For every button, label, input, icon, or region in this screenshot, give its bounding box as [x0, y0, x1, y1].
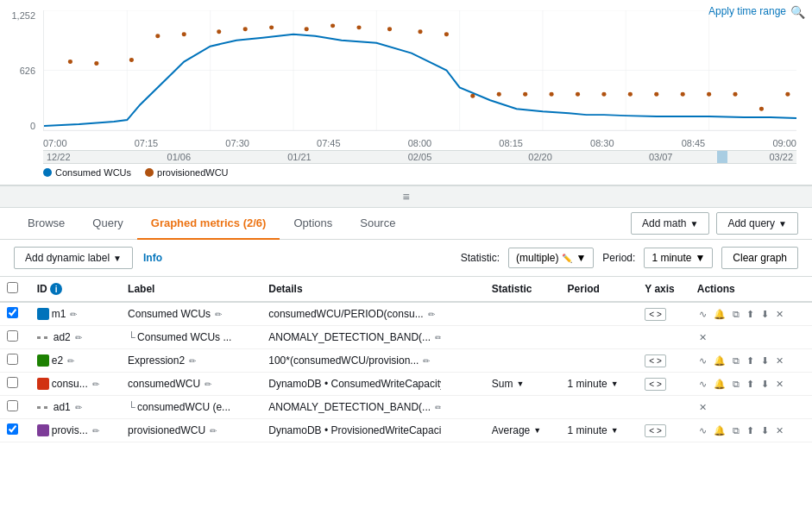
toolbar: Add dynamic label ▼ Info Statistic: (mul… [0, 240, 812, 277]
delete-icon[interactable]: ✕ [774, 308, 785, 321]
svg-point-37 [785, 92, 790, 97]
statistic-dropdown-caret[interactable]: ▼ [516, 379, 524, 388]
bell-icon[interactable]: 🔔 [712, 354, 727, 367]
timeline-bar[interactable]: 12/22 01/06 01/21 02/05 02/20 03/07 03/2… [43, 150, 796, 164]
edit-label-icon[interactable]: ✏ [210, 426, 217, 436]
copy-icon[interactable]: ⧉ [731, 354, 741, 367]
tab-query[interactable]: Query [79, 208, 136, 240]
label-cell: Expression2✏ [128, 354, 255, 367]
table-row: ad1✏└consumedWCU (e...ANOMALY_DETECTION_… [0, 396, 812, 419]
down-icon[interactable]: ⬇ [759, 424, 771, 437]
statistic-cell: Sum ▼ [485, 373, 561, 396]
select-all-checkbox[interactable] [7, 282, 18, 293]
row-checkbox[interactable] [7, 330, 18, 342]
down-icon[interactable]: ⬇ [759, 308, 771, 321]
svg-point-12 [94, 61, 98, 66]
edit-id-icon[interactable]: ✏ [92, 379, 99, 389]
up-icon[interactable]: ⬆ [745, 308, 756, 321]
svg-point-31 [628, 92, 633, 97]
edit-id-icon[interactable]: ✏ [67, 356, 74, 366]
id-cell: m1✏ [37, 308, 114, 320]
row-label: Expression2 [128, 354, 185, 367]
edit-details-icon[interactable]: ✏ [435, 403, 441, 412]
row-checkbox[interactable] [7, 354, 18, 365]
period-dropdown-caret[interactable]: ▼ [611, 379, 619, 388]
edit-details-icon[interactable]: ✏ [423, 356, 430, 366]
y-axis-button[interactable]: < > [645, 378, 665, 391]
up-icon[interactable]: ⬆ [745, 354, 756, 367]
id-cell: consu...✏ [37, 378, 114, 390]
yaxis-cell: < > [638, 302, 689, 326]
tab-source[interactable]: Source [346, 208, 409, 240]
row-statistic: Sum [492, 378, 513, 390]
math-icon[interactable]: ∿ [697, 354, 708, 367]
bell-icon[interactable]: 🔔 [712, 378, 727, 391]
tab-options[interactable]: Options [280, 208, 346, 240]
y-axis-labels: 1,252 626 0 [9, 10, 39, 131]
statistic-select[interactable]: (multiple) ✏️ ▼ [508, 248, 594, 268]
tab-graphed-metrics[interactable]: Graphed metrics (2/6) [137, 208, 280, 240]
down-icon[interactable]: ⬇ [759, 378, 771, 391]
edit-details-icon[interactable]: ✏ [428, 310, 435, 319]
up-icon[interactable]: ⬆ [745, 424, 756, 437]
indent-icon: └ [128, 331, 135, 343]
up-icon[interactable]: ⬆ [745, 378, 756, 391]
edit-details-icon[interactable]: ✏ [435, 333, 441, 342]
add-query-button[interactable]: Add query ▼ [716, 212, 798, 235]
delete-icon[interactable]: ✕ [774, 424, 785, 437]
copy-icon[interactable]: ⧉ [731, 424, 741, 437]
down-icon[interactable]: ⬇ [759, 354, 771, 367]
delete-icon[interactable]: ✕ [774, 378, 785, 391]
svg-point-13 [129, 58, 134, 62]
chart-area[interactable] [43, 10, 796, 131]
id-info-icon[interactable]: i [50, 283, 62, 295]
color-swatch [37, 336, 51, 339]
info-link[interactable]: Info [143, 252, 162, 264]
bell-icon[interactable]: 🔔 [712, 308, 727, 321]
bell-icon[interactable]: 🔔 [712, 424, 727, 437]
tab-browse[interactable]: Browse [14, 208, 79, 240]
y-axis-button[interactable]: < > [645, 308, 665, 321]
row-label: Consumed WCUs ... [137, 331, 231, 343]
period-dropdown-caret[interactable]: ▼ [611, 426, 619, 435]
row-id: provis... [52, 424, 88, 436]
yaxis-cell: < > [638, 373, 689, 396]
id-cell: ad1✏ [37, 401, 114, 413]
row-checkbox[interactable] [7, 423, 18, 435]
add-math-button[interactable]: Add math ▼ [631, 212, 709, 235]
svg-point-26 [497, 92, 501, 97]
legend-label-consumed: Consumed WCUs [55, 167, 131, 178]
actions-cell: ∿🔔⧉⬆⬇✕ [690, 302, 812, 326]
copy-icon[interactable]: ⧉ [731, 308, 741, 321]
copy-icon[interactable]: ⧉ [731, 378, 741, 391]
edit-id-icon[interactable]: ✏ [75, 333, 82, 342]
add-dynamic-label-button[interactable]: Add dynamic label ▼ [14, 247, 133, 269]
color-swatch [37, 354, 49, 367]
edit-id-icon[interactable]: ✏ [92, 426, 99, 436]
add-query-caret: ▼ [778, 219, 787, 229]
y-axis-button[interactable]: < > [645, 354, 665, 367]
edit-label-icon[interactable]: ✏ [189, 356, 196, 366]
edit-id-icon[interactable]: ✏ [70, 310, 77, 319]
clear-graph-button[interactable]: Clear graph [721, 247, 798, 269]
delete-icon[interactable]: ✕ [697, 331, 708, 344]
math-icon[interactable]: ∿ [697, 308, 708, 321]
timeline-label: 03/07 [649, 152, 673, 162]
details-cell: DynamoDB • ConsumedWriteCapacity✏ [268, 378, 441, 390]
y-axis-button[interactable]: < > [645, 424, 665, 437]
section-divider[interactable]: ≡ [0, 185, 812, 208]
row-checkbox[interactable] [7, 377, 18, 388]
delete-icon[interactable]: ✕ [774, 354, 785, 367]
row-checkbox[interactable] [7, 400, 18, 411]
row-checkbox[interactable] [7, 307, 18, 318]
delete-icon[interactable]: ✕ [697, 401, 708, 414]
color-swatch [37, 378, 49, 390]
period-select[interactable]: 1 minute ▼ [644, 248, 713, 268]
math-icon[interactable]: ∿ [697, 424, 708, 437]
statistic-dropdown-caret[interactable]: ▼ [533, 426, 541, 435]
table-row: m1✏Consumed WCUs✏consumedWCU/PERIOD(cons… [0, 302, 812, 326]
math-icon[interactable]: ∿ [697, 378, 708, 391]
edit-id-icon[interactable]: ✏ [75, 403, 82, 412]
edit-label-icon[interactable]: ✏ [205, 379, 211, 389]
edit-label-icon[interactable]: ✏ [215, 310, 222, 319]
